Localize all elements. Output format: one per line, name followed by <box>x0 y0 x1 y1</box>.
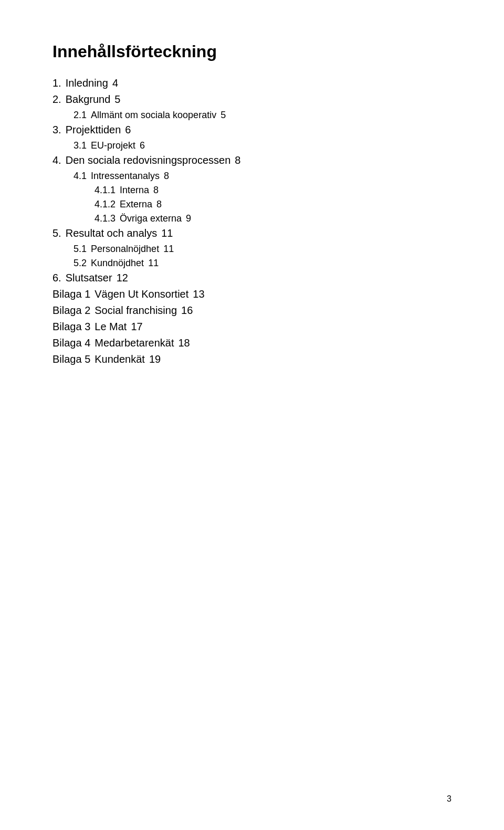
toc-section-num: 4.1 <box>74 171 87 182</box>
toc-label: Intressentanalys <box>91 171 160 182</box>
toc-label: Interna <box>120 185 149 196</box>
toc-section-num: 3.1 <box>74 140 87 151</box>
toc-entry-entry-bilaga-2: Bilaga 2Social franchising16 <box>52 304 452 317</box>
toc-page-number: 8 <box>164 171 169 182</box>
toc-entry-entry-3-1: 3.1EU-projekt6 <box>52 140 452 151</box>
toc-entry-entry-5-1: 5.1Personalnöjdhet11 <box>52 244 452 255</box>
toc-label: Vägen Ut Konsortiet <box>94 288 188 300</box>
toc-page-number: 19 <box>149 353 161 365</box>
toc-section-num: 5.1 <box>74 244 87 255</box>
toc-entry-entry-bilaga-4: Bilaga 4Medarbetarenkät18 <box>52 337 452 349</box>
toc-entry-entry-4-1: 4.1Intressentanalys8 <box>52 171 452 182</box>
toc-page-number: 9 <box>186 213 191 224</box>
toc-entry-entry-2-1: 2.1Allmänt om sociala kooperativ5 <box>52 110 452 121</box>
toc-label: Bakgrund <box>66 93 111 106</box>
toc-section-num: 1. <box>52 77 61 89</box>
toc-container: 1.Inledning42.Bakgrund52.1Allmänt om soc… <box>52 77 452 365</box>
toc-entry-entry-5-2: 5.2Kundnöjdhet11 <box>52 258 452 269</box>
toc-label: Övriga externa <box>120 213 182 224</box>
toc-label: Inledning <box>66 77 108 89</box>
toc-label: Projekttiden <box>66 124 121 136</box>
toc-section-num: Bilaga 1 <box>52 288 90 300</box>
toc-page-number: 11 <box>163 244 174 255</box>
page-title: Innehållsförteckning <box>52 42 452 61</box>
toc-page-number: 16 <box>181 304 193 317</box>
toc-section-num: 5.2 <box>74 258 87 269</box>
toc-section-num: Bilaga 3 <box>52 321 90 333</box>
toc-label: Den sociala redovisningsprocessen <box>66 154 231 166</box>
toc-label: Kundenkät <box>94 353 145 365</box>
toc-entry-entry-bilaga-5: Bilaga 5Kundenkät19 <box>52 353 452 365</box>
toc-entry-entry-bilaga-3: Bilaga 3Le Mat17 <box>52 321 452 333</box>
toc-section-num: Bilaga 5 <box>52 353 90 365</box>
toc-section-num: 2.1 <box>74 110 87 121</box>
toc-entry-entry-bilaga-1: Bilaga 1Vägen Ut Konsortiet13 <box>52 288 452 300</box>
toc-section-num: 5. <box>52 227 61 239</box>
toc-entry-entry-4-1-2: 4.1.2Externa8 <box>52 199 452 210</box>
toc-label: Kundnöjdhet <box>91 258 144 269</box>
toc-label: Le Mat <box>94 321 127 333</box>
toc-page-number: 6 <box>140 140 145 151</box>
toc-page-number: 13 <box>193 288 204 300</box>
toc-section-num: 4. <box>52 154 61 166</box>
toc-page-number: 6 <box>125 124 131 136</box>
toc-section-num: 4.1.1 <box>94 185 116 196</box>
toc-section-num: 4.1.2 <box>94 199 116 210</box>
toc-page-number: 8 <box>153 185 159 196</box>
toc-entry-entry-2: 2.Bakgrund5 <box>52 93 452 106</box>
toc-page-number: 5 <box>220 110 226 121</box>
toc-page-number: 18 <box>178 337 190 349</box>
page: Innehållsförteckning 1.Inledning42.Bakgr… <box>0 0 504 830</box>
toc-page-number: 11 <box>148 258 159 269</box>
toc-page-number: 11 <box>161 227 173 239</box>
toc-label: Slutsatser <box>66 272 112 284</box>
toc-entry-entry-1: 1.Inledning4 <box>52 77 452 89</box>
toc-label: Social franchising <box>94 304 177 317</box>
toc-section-num: Bilaga 4 <box>52 337 90 349</box>
toc-page-number: 5 <box>114 93 120 106</box>
toc-section-num: 2. <box>52 93 61 106</box>
toc-entry-entry-4: 4.Den sociala redovisningsprocessen8 <box>52 154 452 166</box>
toc-label: Personalnöjdhet <box>91 244 159 255</box>
toc-label: Medarbetarenkät <box>94 337 174 349</box>
toc-page-number: 8 <box>156 199 162 210</box>
toc-label: EU-projekt <box>91 140 135 151</box>
toc-page-number: 4 <box>112 77 118 89</box>
page-number: 3 <box>447 794 452 804</box>
toc-entry-entry-4-1-3: 4.1.3Övriga externa9 <box>52 213 452 224</box>
toc-label: Externa <box>120 199 152 210</box>
toc-section-num: 4.1.3 <box>94 213 116 224</box>
toc-page-number: 17 <box>131 321 142 333</box>
toc-section-num: 6. <box>52 272 61 284</box>
toc-label: Allmänt om sociala kooperativ <box>91 110 216 121</box>
toc-entry-entry-5: 5.Resultat och analys11 <box>52 227 452 239</box>
toc-section-num: 3. <box>52 124 61 136</box>
toc-page-number: 8 <box>235 154 240 166</box>
toc-entry-entry-3: 3.Projekttiden6 <box>52 124 452 136</box>
toc-label: Resultat och analys <box>66 227 158 239</box>
toc-entry-entry-4-1-1: 4.1.1Interna8 <box>52 185 452 196</box>
toc-page-number: 12 <box>117 272 128 284</box>
toc-entry-entry-6: 6.Slutsatser12 <box>52 272 452 284</box>
toc-section-num: Bilaga 2 <box>52 304 90 317</box>
